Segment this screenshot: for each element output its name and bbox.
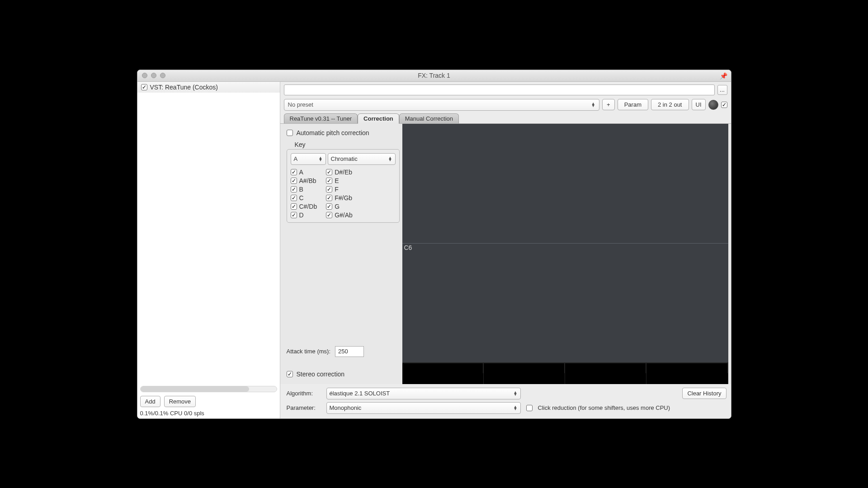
zoom-icon[interactable]: [160, 73, 165, 78]
note-label: A#/Bb: [299, 177, 316, 184]
note-checkbox[interactable]: [291, 195, 297, 201]
key-scale-value: Chromatic: [331, 155, 358, 162]
fx-item-label: VST: ReaTune (Cockos): [150, 84, 218, 91]
add-preset-button[interactable]: +: [602, 99, 615, 110]
pitch-note-label: C6: [404, 244, 412, 251]
parameter-select[interactable]: Monophonic ▲▼: [326, 402, 521, 414]
correction-panel: Automatic pitch correction Key A ▲▼ Chro…: [280, 124, 402, 384]
stepper-icon: ▲▼: [514, 391, 518, 395]
menu-button[interactable]: ...: [717, 85, 727, 95]
fx-window: FX: Track 1 📌 VST: ReaTune (Cockos) Add …: [137, 70, 731, 419]
clear-history-button[interactable]: Clear History: [682, 388, 726, 399]
close-icon[interactable]: [142, 73, 147, 78]
bypass-checkbox[interactable]: [721, 102, 727, 108]
fx-enable-checkbox[interactable]: [141, 84, 147, 90]
fx-sidebar: VST: ReaTune (Cockos) Add Remove 0.1%/0.…: [137, 82, 280, 418]
window-title: FX: Track 1: [137, 72, 731, 79]
attack-time-input[interactable]: 250: [335, 346, 364, 357]
ellipsis-icon: ...: [720, 86, 725, 93]
tab-tuner[interactable]: ReaTune v0.31 -- Tuner: [284, 113, 358, 123]
algorithm-value: élastique 2.1 SOLOIST: [330, 390, 390, 397]
ui-button[interactable]: UI: [692, 99, 706, 110]
note-label: D#/Eb: [335, 169, 352, 176]
tab-label: Correction: [363, 115, 393, 122]
note-label: G#/Ab: [335, 211, 353, 219]
param-button[interactable]: Param: [618, 99, 648, 110]
note-label: C#/Db: [299, 203, 317, 210]
preset-name-input[interactable]: [284, 84, 715, 95]
remove-button[interactable]: Remove: [164, 396, 196, 407]
preset-label: No preset: [288, 101, 313, 108]
note-label: E: [335, 177, 339, 184]
wet-dry-knob[interactable]: [708, 100, 718, 110]
parameter-label: Parameter:: [287, 404, 321, 411]
tab-label: Manual Correction: [405, 115, 453, 122]
stepper-icon: ▲▼: [388, 157, 392, 161]
attack-time-value: 250: [338, 348, 348, 355]
preset-dropdown[interactable]: No preset ▲▼: [284, 99, 599, 111]
note-checklist: A A#/Bb B C C#/Db D D#/Eb E F: [291, 169, 396, 219]
note-checkbox[interactable]: [291, 203, 297, 210]
note-checkbox[interactable]: [326, 203, 332, 210]
tab-manual[interactable]: Manual Correction: [399, 113, 459, 123]
note-checkbox[interactable]: [291, 212, 297, 218]
note-checkbox[interactable]: [326, 178, 332, 184]
key-root-value: A: [294, 155, 298, 162]
minimize-icon[interactable]: [151, 73, 156, 78]
note-label: G: [335, 203, 340, 210]
algorithm-label: Algorithm:: [287, 390, 321, 397]
tab-bar: ReaTune v0.31 -- Tuner Correction Manual…: [280, 113, 731, 123]
stereo-correction-checkbox[interactable]: [287, 371, 293, 377]
note-checkbox[interactable]: [291, 178, 297, 184]
add-button[interactable]: Add: [140, 396, 160, 407]
algorithm-select[interactable]: élastique 2.1 SOLOIST ▲▼: [326, 388, 521, 399]
pitch-display[interactable]: C6: [402, 124, 728, 384]
titlebar[interactable]: FX: Track 1 📌: [137, 70, 731, 82]
note-checkbox[interactable]: [326, 212, 332, 218]
sidebar-scrollbar[interactable]: [140, 386, 277, 392]
key-scale-select[interactable]: Chromatic ▲▼: [328, 153, 396, 165]
note-label: B: [299, 186, 303, 193]
note-label: F: [335, 186, 339, 193]
stereo-correction-label: Stereo correction: [297, 371, 345, 378]
note-checkbox[interactable]: [326, 195, 332, 201]
click-reduction-checkbox[interactable]: [526, 405, 533, 411]
io-button[interactable]: 2 in 2 out: [651, 99, 689, 110]
auto-correction-label: Automatic pitch correction: [297, 129, 369, 136]
tab-correction[interactable]: Correction: [358, 113, 399, 124]
pitch-baseline: [402, 243, 728, 244]
note-label: F#/Gb: [335, 194, 352, 202]
note-checkbox[interactable]: [326, 186, 332, 192]
fx-list-item[interactable]: VST: ReaTune (Cockos): [137, 82, 280, 93]
tab-label: ReaTune v0.31 -- Tuner: [290, 115, 352, 122]
note-label: D: [299, 211, 304, 219]
timeline-ruler: [402, 362, 728, 384]
cpu-status: 0.1%/0.1% CPU 0/0 spls: [140, 410, 277, 417]
stepper-icon: ▲▼: [514, 406, 518, 410]
traffic-lights: [137, 73, 165, 78]
note-checkbox[interactable]: [326, 169, 332, 175]
attack-time-label: Attack time (ms):: [287, 348, 331, 355]
stepper-icon: ▲▼: [591, 103, 595, 107]
key-root-select[interactable]: A ▲▼: [291, 153, 326, 165]
key-section-label: Key: [295, 141, 399, 148]
note-checkbox[interactable]: [291, 186, 297, 192]
parameter-value: Monophonic: [330, 404, 362, 411]
pin-icon[interactable]: 📌: [720, 72, 727, 80]
key-group: A ▲▼ Chromatic ▲▼ A A#/: [287, 149, 400, 223]
auto-correction-checkbox[interactable]: [287, 130, 293, 136]
note-label: C: [299, 194, 304, 202]
click-reduction-label: Click reduction (for some shifters, uses…: [538, 404, 670, 411]
fx-list: VST: ReaTune (Cockos): [137, 82, 280, 383]
note-checkbox[interactable]: [291, 169, 297, 175]
note-label: A: [299, 169, 303, 176]
stepper-icon: ▲▼: [319, 157, 323, 161]
